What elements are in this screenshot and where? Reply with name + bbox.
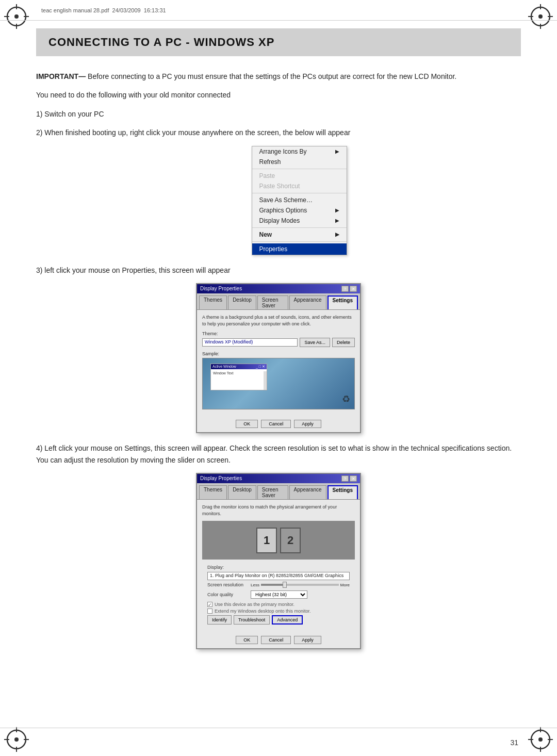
resolution-label: Screen resolution <box>207 582 249 587</box>
dialog-tabs: Themes Desktop Screen Saver Appearance S… <box>197 293 360 310</box>
settings-apply-button[interactable]: Apply <box>294 636 321 644</box>
sample-preview: Active Window _ □ ✕ Window Text ♻ <box>202 358 355 409</box>
slider-thumb <box>283 582 287 588</box>
context-menu-wrapper: Arrange Icons By▶ Refresh Paste Paste Sh… <box>77 146 521 255</box>
theme-value: Windows XP (Modified) <box>205 339 253 344</box>
step2-text: 2) When finished booting up, right click… <box>36 128 350 137</box>
resolution-slider[interactable] <box>261 584 339 586</box>
menu-separator-2 <box>252 193 347 193</box>
extend-desktop-label: Extend my Windows desktop onto this moni… <box>215 609 311 614</box>
action-buttons: Identify Troubleshoot Advanced <box>207 615 350 624</box>
page-title-box: CONNECTING TO A PC - WINDOWS XP <box>36 28 521 56</box>
settings-titlebar-buttons: ? ✕ <box>341 475 357 482</box>
primary-monitor-checkbox[interactable]: ✓ <box>207 602 212 607</box>
menu-item-graphics-options: Graphics Options▶ <box>252 205 347 216</box>
slider-track <box>261 584 284 586</box>
theme-field-row: Windows XP (Modified) Save As... Delete <box>202 338 355 347</box>
theme-label: Theme: <box>202 331 355 336</box>
identify-button[interactable]: Identify <box>207 615 232 624</box>
extend-desktop-checkbox-row: Extend my Windows desktop onto this moni… <box>207 609 350 614</box>
settings-dialog-titlebar: Display Properties ? ✕ <box>197 474 360 483</box>
menu-item-properties: Properties <box>252 243 347 255</box>
settings-tab-appearance[interactable]: Appearance <box>289 485 326 499</box>
dialog-title: Display Properties <box>200 286 242 291</box>
tab-desktop[interactable]: Desktop <box>228 295 256 309</box>
menu-separator-4 <box>252 241 347 242</box>
theme-input[interactable]: Windows XP (Modified) <box>202 338 298 347</box>
settings-dialog-footer: OK Cancel Apply <box>197 634 360 648</box>
dialog-body: A theme is a background plus a set of so… <box>197 310 360 418</box>
menu-item-display-modes: Display Modes▶ <box>252 216 347 226</box>
intro-paragraph: IMPORTANT— Before connecting to a PC you… <box>36 71 521 139</box>
dialog-help-button[interactable]: ? <box>341 286 349 292</box>
display-value: 1. Plug and Play Monitor on (R) 82852/82… <box>210 573 343 578</box>
window-controls: _ □ ✕ <box>256 365 265 369</box>
bottom-bar <box>0 728 557 756</box>
step1-text: 1) Switch on your PC <box>36 110 104 118</box>
settings-ok-button[interactable]: OK <box>236 636 258 644</box>
step4-text: 4) Left click your mouse on Settings, th… <box>36 442 521 466</box>
resolution-row: Screen resolution Less More <box>207 582 350 587</box>
settings-section: Display: 1. Plug and Play Monitor on (R)… <box>202 563 355 630</box>
tab-appearance[interactable]: Appearance <box>289 295 326 309</box>
settings-cancel-button[interactable]: Cancel <box>261 636 291 644</box>
tab-themes[interactable]: Themes <box>199 295 227 309</box>
display-select[interactable]: 1. Plug and Play Monitor on (R) 82852/82… <box>207 572 350 580</box>
display-dropdown-row: 1. Plug and Play Monitor on (R) 82852/82… <box>207 572 350 580</box>
intro-text: IMPORTANT— Before connecting to a PC you… <box>36 72 456 80</box>
header-filename: teac english manual 28.pdf <box>41 7 109 13</box>
main-content: CONNECTING TO A PC - WINDOWS XP IMPORTAN… <box>36 28 521 728</box>
dialog-titlebar-buttons: ? ✕ <box>341 286 357 292</box>
settings-tab-themes[interactable]: Themes <box>199 485 227 499</box>
dialog-close-button[interactable]: ✕ <box>350 286 357 292</box>
scrollbar <box>264 371 267 390</box>
monitors-area: 1 2 <box>202 521 355 560</box>
ok-button[interactable]: OK <box>236 420 258 428</box>
header-bar: teac english manual 28.pdf 24/03/2009 16… <box>0 0 557 21</box>
delete-button[interactable]: Delete <box>332 338 355 347</box>
header-date: 24/03/2009 <box>112 7 141 13</box>
color-quality-row: Color quality Highest (32 bit) <box>207 590 350 599</box>
instruction-line2: You need to do the following with your o… <box>36 89 521 101</box>
settings-tab-screen-saver[interactable]: Screen Saver <box>257 485 288 499</box>
settings-tab-settings[interactable]: Settings <box>327 485 358 499</box>
settings-dialog: Display Properties ? ✕ Themes Desktop Sc… <box>196 473 361 649</box>
settings-help-button[interactable]: ? <box>341 475 349 482</box>
primary-monitor-label: Use this device as the primary monitor. <box>215 602 294 607</box>
header-time: 16:13:31 <box>144 7 166 13</box>
display-properties-dialog-wrapper: Display Properties ? ✕ Themes Desktop Sc… <box>36 283 521 433</box>
window-text: Window Text <box>213 371 234 375</box>
sample-label: Sample: <box>202 351 355 356</box>
menu-separator-1 <box>252 169 347 169</box>
step3-label: 3) left click your mouse on Properties, … <box>36 265 521 276</box>
menu-separator-3 <box>252 227 347 228</box>
menu-item-new: New▶ <box>252 229 347 240</box>
tab-settings[interactable]: Settings <box>327 295 358 309</box>
extend-desktop-checkbox[interactable] <box>207 609 212 614</box>
settings-description: Drag the monitor icons to match the phys… <box>202 504 355 517</box>
primary-monitor-checkbox-row: ✓ Use this device as the primary monitor… <box>207 602 350 607</box>
page-title: CONNECTING TO A PC - WINDOWS XP <box>48 36 509 49</box>
settings-dialog-tabs: Themes Desktop Screen Saver Appearance S… <box>197 483 360 500</box>
sample-inner-titlebar: Active Window _ □ ✕ <box>211 364 267 369</box>
troubleshoot-button[interactable]: Troubleshoot <box>234 615 270 624</box>
sample-inner-body: Window Text <box>211 369 267 390</box>
monitor-2: 2 <box>280 528 301 553</box>
display-properties-dialog: Display Properties ? ✕ Themes Desktop Sc… <box>196 283 361 433</box>
advanced-button[interactable]: Advanced <box>272 615 303 624</box>
settings-close-button[interactable]: ✕ <box>350 475 357 482</box>
settings-tab-desktop[interactable]: Desktop <box>228 485 256 499</box>
save-as-button[interactable]: Save As... <box>300 338 330 347</box>
menu-item-refresh: Refresh <box>252 157 347 167</box>
monitor-1: 1 <box>256 528 277 553</box>
color-quality-select[interactable]: Highest (32 bit) <box>251 590 307 599</box>
cancel-button[interactable]: Cancel <box>261 420 291 428</box>
tab-screen-saver[interactable]: Screen Saver <box>257 295 288 309</box>
recycle-bin-icon: ♻ <box>342 393 350 405</box>
active-window-label: Active Window <box>212 365 236 369</box>
settings-dialog-body: Drag the monitor icons to match the phys… <box>197 500 360 634</box>
apply-button[interactable]: Apply <box>294 420 321 428</box>
color-quality-label: Color quality <box>207 592 249 597</box>
resolution-more-label: More <box>340 583 350 587</box>
menu-item-paste-shortcut: Paste Shortcut <box>252 181 347 191</box>
